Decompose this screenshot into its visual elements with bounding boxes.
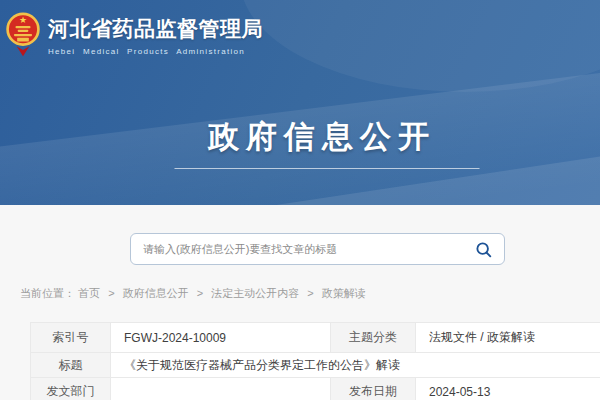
svg-text:★: ★ — [19, 15, 27, 25]
search-button[interactable] — [462, 234, 504, 264]
banner: ★ 河北省药品监督管理局 Hebei Medical Products Admi… — [0, 0, 600, 205]
site-name: 河北省药品监督管理局 — [48, 15, 263, 43]
breadcrumb-item-policy[interactable]: 政策解读 — [322, 287, 366, 299]
index-code-label: 索引号 — [31, 323, 111, 353]
issuing-department-label: 发文部门 — [31, 378, 111, 400]
breadcrumb-item-legal[interactable]: 法定主动公开内容 — [211, 287, 299, 299]
breadcrumb-separator: > — [307, 287, 313, 299]
breadcrumb-label: 当前位置： — [20, 287, 75, 299]
breadcrumb: 当前位置： 首页 > 政府信息公开 > 法定主动公开内容 > 政策解读 — [20, 286, 600, 301]
banner-curve-decoration — [240, 0, 600, 92]
page-root: ★ 河北省药品监督管理局 Hebei Medical Products Admi… — [0, 0, 600, 400]
site-name-en: Hebei Medical Products Administration — [48, 47, 263, 56]
title-underline — [175, 168, 480, 169]
banner-wedge-decoration — [276, 153, 600, 205]
table-row: 标题 《关于规范医疗器械产品分类界定工作的公告》解读 — [31, 353, 600, 378]
publish-date-value: 2024-05-13 — [416, 378, 600, 400]
doc-title-label: 标题 — [31, 353, 111, 378]
document-info-table: 索引号 FGWJ-2024-10009 主题分类 法规文件 / 政策解读 标题 … — [30, 322, 600, 400]
issuing-department-value — [111, 378, 331, 400]
page-title: 政府信息公开 — [22, 116, 600, 158]
topic-category-value: 法规文件 / 政策解读 — [416, 323, 600, 353]
site-titles: 河北省药品监督管理局 Hebei Medical Products Admini… — [48, 9, 263, 56]
breadcrumb-separator: > — [197, 287, 203, 299]
publish-date-label: 发布日期 — [331, 378, 416, 400]
china-national-emblem-icon: ★ — [6, 9, 40, 58]
table-row: 发文部门 发布日期 2024-05-13 — [31, 378, 600, 400]
breadcrumb-separator: > — [108, 287, 114, 299]
content-area: 当前位置： 首页 > 政府信息公开 > 法定主动公开内容 > 政策解读 索引号 … — [0, 233, 600, 400]
doc-title-value: 《关于规范医疗器械产品分类界定工作的公告》解读 — [111, 353, 600, 378]
index-code-value: FGWJ-2024-10009 — [111, 323, 331, 353]
search-box — [130, 233, 505, 265]
breadcrumb-item-home[interactable]: 首页 — [78, 287, 100, 299]
search-icon — [475, 241, 492, 258]
breadcrumb-item-info[interactable]: 政府信息公开 — [123, 287, 189, 299]
table-row: 索引号 FGWJ-2024-10009 主题分类 法规文件 / 政策解读 — [31, 323, 600, 353]
site-logo-header[interactable]: ★ 河北省药品监督管理局 Hebei Medical Products Admi… — [6, 9, 263, 58]
search-input[interactable] — [131, 234, 462, 264]
topic-category-label: 主题分类 — [331, 323, 416, 353]
